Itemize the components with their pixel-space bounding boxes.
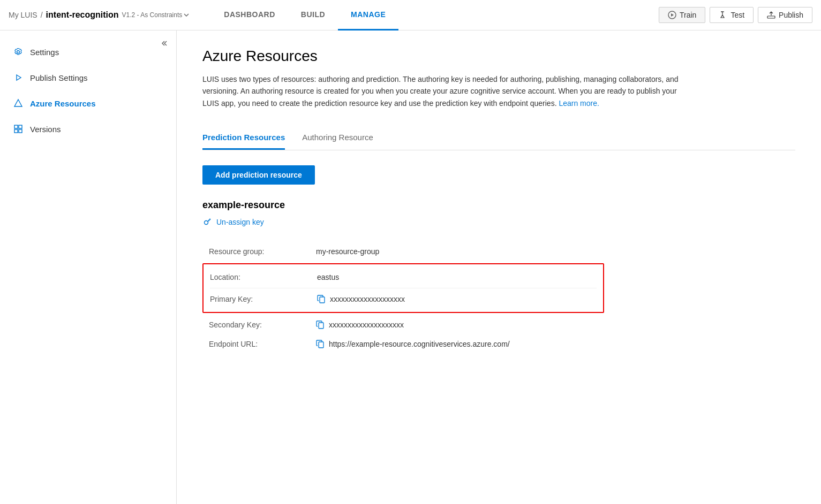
brand-section: My LUIS / intent-recognition V1.2 - As C… [9,10,190,20]
primary-key-value: xxxxxxxxxxxxxxxxxxxx [317,295,405,303]
main-content: Azure Resources LUIS uses two types of r… [177,30,821,504]
test-button[interactable]: Test [710,7,754,23]
resource-group-label: Resource group: [209,247,316,256]
play-icon [13,72,24,83]
sidebar-item-publish-settings-label: Publish Settings [30,73,88,82]
tab-authoring-resource[interactable]: Authoring Resource [302,126,373,150]
highlighted-section: Location: eastus Primary Key: xxxxxxxxxx… [202,263,604,313]
svg-rect-9 [319,342,323,348]
tab-prediction-resources[interactable]: Prediction Resources [202,126,285,150]
svg-rect-1 [767,16,775,18]
version-text: V1.2 - As Constraints [122,11,183,19]
secondary-key-label: Secondary Key: [209,320,316,329]
svg-point-6 [205,221,208,225]
svg-rect-2 [14,125,18,128]
brand-luis[interactable]: My LUIS [9,11,37,19]
app-header: My LUIS / intent-recognition V1.2 - As C… [0,0,821,30]
nav-dashboard[interactable]: DASHBOARD [211,0,288,30]
sidebar-item-versions[interactable]: Versions [0,116,176,142]
brand-separator: / [41,11,43,19]
key-icon [202,217,212,227]
azure-icon [13,98,24,109]
location-value: eastus [317,273,339,281]
body-layout: Settings Publish Settings Azure Resource… [0,30,821,504]
tabs-container: Prediction Resources Authoring Resource [202,126,795,150]
sidebar-item-publish-settings[interactable]: Publish Settings [0,65,176,90]
svg-rect-3 [19,125,22,128]
primary-key-row: Primary Key: xxxxxxxxxxxxxxxxxxxx [210,291,597,308]
version-badge[interactable]: V1.2 - As Constraints [122,11,190,19]
nav-manage[interactable]: MANAGE [338,0,398,30]
endpoint-url-value: https://example-resource.cognitiveservic… [316,340,510,348]
svg-rect-8 [319,323,323,329]
svg-rect-7 [320,297,325,303]
add-prediction-resource-button[interactable]: Add prediction resource [202,165,315,185]
collapse-icon [161,39,170,48]
svg-rect-5 [19,129,22,133]
gear-icon [13,47,24,57]
secondary-key-copy-icon[interactable] [316,320,325,329]
primary-key-label: Primary Key: [210,295,317,303]
endpoint-url-label: Endpoint URL: [209,340,316,348]
train-icon [668,11,676,19]
sidebar-item-azure-resources[interactable]: Azure Resources [0,90,176,116]
publish-icon [767,11,775,19]
secondary-key-value: xxxxxxxxxxxxxxxxxxxx [316,320,404,329]
divider [210,288,597,288]
header-actions: Train Test Publish [659,7,812,23]
app-name[interactable]: intent-recognition [46,10,119,20]
chevron-down-icon [183,12,190,18]
versions-icon [13,124,24,134]
main-nav: DASHBOARD BUILD MANAGE [211,0,659,30]
sidebar-item-settings-label: Settings [30,48,59,57]
svg-rect-4 [14,129,18,133]
resource-group-row: Resource group: my-resource-group [202,242,604,261]
sidebar-item-azure-resources-label: Azure Resources [30,99,96,108]
endpoint-url-copy-icon[interactable] [316,340,325,348]
sidebar: Settings Publish Settings Azure Resource… [0,30,177,504]
publish-button[interactable]: Publish [758,7,812,23]
sidebar-collapse-button[interactable] [161,39,170,50]
endpoint-url-row: Endpoint URL: https://example-resource.c… [202,334,604,354]
primary-key-copy-icon[interactable] [317,295,326,303]
resource-name: example-resource [202,200,795,211]
sidebar-item-settings[interactable]: Settings [0,39,176,65]
nav-build[interactable]: BUILD [288,0,338,30]
location-row: Location: eastus [210,269,597,286]
learn-more-link[interactable]: Learn more. [559,99,599,108]
secondary-key-row: Secondary Key: xxxxxxxxxxxxxxxxxxxx [202,315,604,334]
location-label: Location: [210,273,317,281]
page-title: Azure Resources [202,48,795,65]
train-button[interactable]: Train [659,7,705,23]
unassign-key-label: Un-assign key [216,218,264,226]
page-description: LUIS uses two types of resources: author… [202,73,684,109]
sidebar-item-versions-label: Versions [30,125,61,134]
resource-group-value: my-resource-group [316,247,379,256]
unassign-key-button[interactable]: Un-assign key [202,217,795,227]
test-icon [719,11,727,19]
